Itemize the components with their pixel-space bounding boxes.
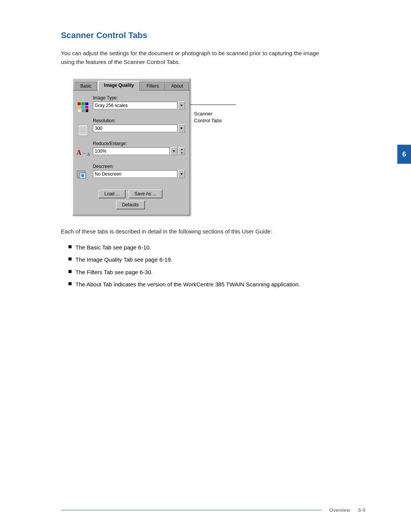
descreen-row: → Descreen: No Descreen ▼ bbox=[76, 164, 185, 183]
image-type-select[interactable]: Gray 256 scales ▼ bbox=[93, 101, 185, 110]
descreen-select[interactable]: No Descreen ▼ bbox=[93, 170, 185, 178]
list-item: The Basic Tab see page 6-10. bbox=[68, 243, 365, 252]
intro-paragraph: You can adjust the settings for the docu… bbox=[61, 49, 320, 67]
resolution-row: Resolution: 300 ▼ bbox=[76, 118, 185, 137]
resolution-arrow[interactable]: ▼ bbox=[178, 124, 185, 133]
reduce-enlarge-arrow[interactable]: ▼ bbox=[170, 147, 177, 155]
spinner-down[interactable]: ▼ bbox=[179, 151, 185, 155]
button-row-1: Load ... Save As ... bbox=[76, 190, 185, 198]
paper-icon-container bbox=[76, 123, 90, 137]
paper-icon bbox=[78, 125, 88, 136]
dialog-area: Basic Image Quality Filters About bbox=[72, 78, 365, 216]
button-row-2: Defaults bbox=[76, 201, 185, 209]
dialog-box: Basic Image Quality Filters About bbox=[72, 78, 190, 216]
list-item: The Image Quality Tab see page 6-19. bbox=[68, 256, 365, 264]
dialog-content: Image Type: Gray 256 scales ▼ bbox=[73, 91, 190, 215]
list-item: The About Tab indicates the version of t… bbox=[68, 280, 365, 289]
color-icon bbox=[76, 101, 90, 114]
bullet-square bbox=[68, 245, 72, 248]
section-heading: Scanner Control Tabs bbox=[61, 30, 365, 40]
callout-container: ScannerControl Tabs bbox=[190, 101, 240, 124]
tab-bar: Basic Image Quality Filters About bbox=[73, 79, 190, 91]
image-type-value: Gray 256 scales bbox=[93, 102, 177, 109]
callout-line bbox=[190, 101, 240, 109]
resolution-label: Resolution: bbox=[93, 118, 185, 123]
reduce-enlarge-spinner[interactable]: ▲ ▼ bbox=[179, 147, 185, 155]
resize-icon: A → A bbox=[76, 149, 89, 157]
descreen-label: Descreen: bbox=[93, 164, 185, 169]
chapter-tab: 6 bbox=[397, 145, 411, 164]
scan-icon: → bbox=[77, 171, 89, 181]
reduce-enlarge-row: A → A Reduce/Enlarge: 100% ▼ ▲ ▼ bbox=[76, 141, 185, 160]
list-item: The Filters Tab see page 6-30. bbox=[68, 268, 365, 277]
reduce-enlarge-select[interactable]: 100% ▼ ▲ ▼ bbox=[93, 147, 185, 155]
bullet-square bbox=[68, 257, 72, 260]
descreen-value: No Descreen bbox=[93, 170, 177, 178]
reduce-enlarge-value: 100% bbox=[93, 147, 170, 155]
footer-line bbox=[61, 510, 322, 510]
tab-image-quality[interactable]: Image Quality bbox=[98, 81, 140, 91]
callout-label: ScannerControl Tabs bbox=[194, 110, 222, 124]
footer: Overview 6-9 bbox=[0, 507, 411, 513]
tab-filters[interactable]: Filters bbox=[141, 82, 165, 90]
scan-icon-container: → bbox=[76, 169, 90, 183]
resize-icon-container: A → A bbox=[76, 146, 90, 160]
body-paragraph: Each of these tabs is described in detai… bbox=[61, 227, 320, 236]
bullet-square bbox=[68, 282, 72, 285]
bullet-list: The Basic Tab see page 6-10. The Image Q… bbox=[68, 243, 365, 289]
image-type-label: Image Type: bbox=[93, 95, 185, 101]
spinner-up[interactable]: ▲ bbox=[179, 147, 185, 151]
chapter-number: 6 bbox=[402, 150, 406, 158]
resolution-select[interactable]: 300 ▼ bbox=[93, 124, 185, 133]
defaults-button[interactable]: Defaults bbox=[116, 201, 145, 209]
bullet-square bbox=[68, 270, 72, 273]
image-type-row: Image Type: Gray 256 scales ▼ bbox=[76, 95, 185, 114]
tab-about[interactable]: About bbox=[166, 82, 189, 90]
resolution-value: 300 bbox=[93, 125, 177, 132]
footer-text: Overview 6-9 bbox=[329, 507, 365, 513]
reduce-enlarge-label: Reduce/Enlarge: bbox=[93, 141, 185, 146]
load-button[interactable]: Load ... bbox=[99, 190, 126, 198]
descreen-arrow[interactable]: ▼ bbox=[178, 170, 185, 178]
image-type-arrow[interactable]: ▼ bbox=[178, 101, 185, 110]
tab-basic[interactable]: Basic bbox=[75, 82, 97, 90]
save-as-button[interactable]: Save As ... bbox=[129, 190, 162, 198]
image-type-group: Image Type: Gray 256 scales ▼ bbox=[93, 95, 185, 110]
descreen-group: Descreen: No Descreen ▼ bbox=[93, 164, 185, 178]
resolution-group: Resolution: 300 ▼ bbox=[93, 118, 185, 133]
page-container: 6 Scanner Control Tabs You can adjust th… bbox=[0, 0, 411, 532]
reduce-enlarge-group: Reduce/Enlarge: 100% ▼ ▲ ▼ bbox=[93, 141, 185, 155]
